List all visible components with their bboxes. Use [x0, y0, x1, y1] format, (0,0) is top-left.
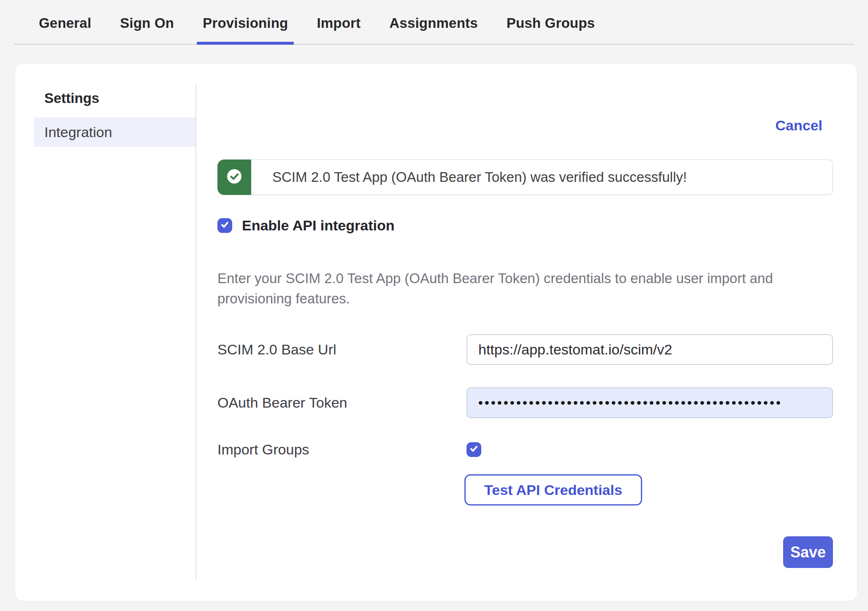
cancel-link[interactable]: Cancel	[776, 117, 823, 133]
tab-provisioning[interactable]: Provisioning	[197, 15, 294, 44]
tab-assignments[interactable]: Assignments	[383, 15, 483, 44]
import-groups-checkbox[interactable]	[467, 442, 481, 457]
provisioning-card: Settings Integration Cancel SCIM 2.0 Tes…	[15, 64, 857, 601]
check-circle-icon	[227, 169, 242, 186]
base-url-label: SCIM 2.0 Base Url	[217, 341, 467, 358]
integration-form: Cancel SCIM 2.0 Test App (OAuth Bearer T…	[196, 64, 857, 601]
credentials-description: Enter your SCIM 2.0 Test App (OAuth Bear…	[217, 268, 804, 309]
save-row: Save	[217, 536, 833, 568]
save-button[interactable]: Save	[783, 536, 833, 568]
settings-sidebar: Settings Integration	[15, 64, 195, 601]
tab-push-groups[interactable]: Push Groups	[501, 15, 601, 44]
test-credentials-row: Test API Credentials	[217, 474, 833, 506]
import-groups-row: Import Groups	[217, 441, 833, 458]
tab-general[interactable]: General	[33, 15, 97, 44]
sidebar-item-label: Integration	[44, 124, 112, 141]
app-tabbar: General Sign On Provisioning Import Assi…	[14, 0, 854, 45]
success-banner: SCIM 2.0 Test App (OAuth Bearer Token) w…	[217, 160, 833, 195]
checkmark-icon	[220, 220, 230, 231]
sidebar-item-integration[interactable]: Integration	[34, 117, 195, 147]
base-url-row: SCIM 2.0 Base Url	[217, 334, 833, 365]
enable-api-label: Enable API integration	[242, 217, 394, 234]
enable-api-row: Enable API integration	[217, 217, 833, 234]
test-api-credentials-button[interactable]: Test API Credentials	[464, 474, 642, 506]
bearer-token-input[interactable]	[467, 387, 833, 418]
bearer-token-row: OAuth Bearer Token	[217, 387, 833, 418]
sidebar-heading: Settings	[44, 90, 195, 106]
enable-api-checkbox[interactable]	[217, 218, 232, 233]
success-banner-message: SCIM 2.0 Test App (OAuth Bearer Token) w…	[251, 160, 833, 195]
bearer-token-label: OAuth Bearer Token	[217, 395, 467, 411]
success-banner-icon-block	[217, 160, 251, 195]
tab-sign-on[interactable]: Sign On	[114, 15, 180, 44]
cancel-row: Cancel	[217, 117, 833, 134]
tab-import[interactable]: Import	[311, 15, 366, 44]
checkmark-icon	[469, 444, 479, 455]
import-groups-label: Import Groups	[217, 441, 467, 458]
base-url-input[interactable]	[467, 334, 833, 365]
